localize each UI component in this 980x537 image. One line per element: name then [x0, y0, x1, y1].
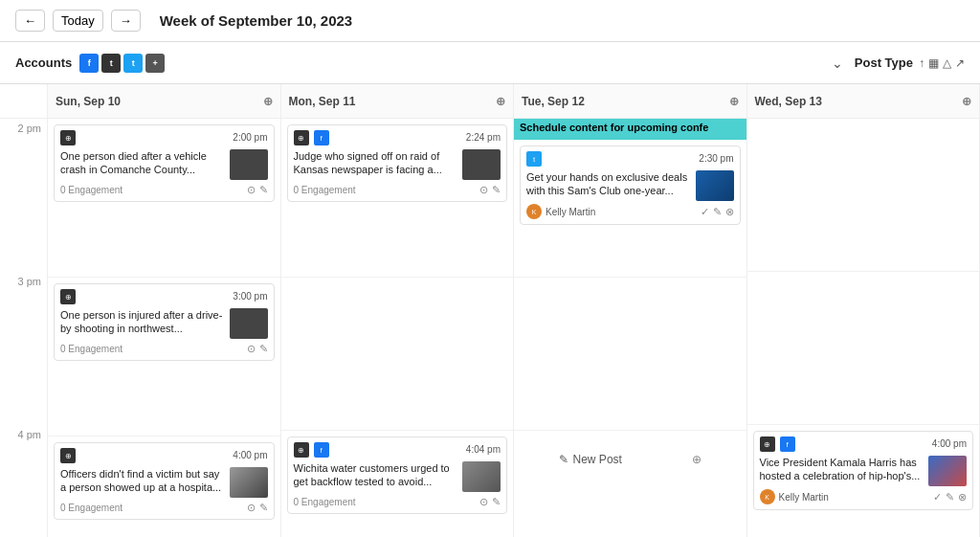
- edit-icon-tue2pm[interactable]: ✎: [713, 206, 722, 218]
- post-time-tue-2pm: 2:30 pm: [699, 153, 733, 164]
- post-time-sun-3pm: 3:00 pm: [233, 291, 267, 302]
- day-content-mon: ⊕ f 2:24 pm Judge who signed off on raid…: [281, 119, 514, 537]
- engagement-mon-2pm: 0 Engagement: [294, 185, 356, 195]
- user-avatar-wed4pm: K: [760, 489, 775, 504]
- account-icon-fb[interactable]: f: [79, 54, 99, 73]
- time-label-3pm: 3 pm: [0, 272, 47, 425]
- post-text-wed-4pm: Vice President Kamala Harris has hosted …: [760, 456, 924, 483]
- tue-2pm-section: t 2:30 pm Get your hands on exclusive de…: [514, 145, 746, 278]
- post-time-mon-2pm: 2:24 pm: [466, 132, 501, 143]
- user-name-tue2pm: Kelly Martin: [546, 207, 595, 217]
- approve-icon[interactable]: ✓: [701, 206, 709, 218]
- sun-4pm-section: ⊕ 4:00 pm Officers didn't find a victim …: [48, 442, 280, 537]
- edit-icon-wed4pm[interactable]: ✎: [946, 491, 954, 503]
- today-button[interactable]: Today: [53, 10, 103, 32]
- collapse-button[interactable]: ⌄: [832, 56, 843, 71]
- post-type-icon-link[interactable]: ↗: [955, 56, 965, 70]
- post-thumb-sun-4pm: [230, 467, 268, 498]
- post-thumb-sun-3pm: [230, 308, 268, 339]
- day-columns: Sun, Sep 10 ⊕ ⊕ 2:00 pm One person died …: [48, 84, 980, 537]
- post-type-icon-grid[interactable]: ▦: [928, 56, 939, 70]
- post-account-icon-mon4pm: ⊕: [294, 442, 309, 458]
- post-account-icon-3pm: ⊕: [60, 289, 76, 304]
- post-type-icons: ↑ ▦ △ ↗: [919, 56, 965, 70]
- post-type-icon-image[interactable]: △: [943, 56, 951, 70]
- account-icon-tw2[interactable]: t: [123, 54, 143, 73]
- day-header-tue: Tue, Sep 12 ⊕: [514, 84, 746, 119]
- post-text-mon-2pm: Judge who signed off on raid of Kansas n…: [294, 149, 457, 177]
- more-icon[interactable]: ✎: [259, 184, 268, 196]
- engagement-sun-3pm: 0 Engagement: [60, 344, 122, 354]
- post-card-sun-3pm[interactable]: ⊕ 3:00 pm One person is injured after a …: [54, 283, 275, 361]
- more-icon-3pm[interactable]: ✎: [259, 343, 268, 355]
- post-text-sun-3pm: One person is injured after a drive-by s…: [60, 308, 224, 336]
- day-col-sun: Sun, Sep 10 ⊕ ⊕ 2:00 pm One person died …: [48, 84, 281, 537]
- edit-icon-mon4pm[interactable]: ⊙: [479, 496, 488, 508]
- toolbar: Accounts f t t + ⌄ Post Type ↑ ▦ △ ↗: [0, 42, 980, 84]
- engagement-sun-2pm: 0 Engagement: [60, 185, 122, 195]
- account-icons: f t t +: [79, 54, 165, 73]
- post-thumb-mon-2pm: [462, 149, 501, 180]
- engagement-mon-4pm: 0 Engagement: [294, 497, 356, 507]
- day-header-mon: Mon, Sep 11 ⊕: [281, 84, 514, 119]
- post-text-sun-4pm: Officers didn't find a victim but say a …: [60, 467, 224, 495]
- account-icon-multi[interactable]: +: [145, 54, 165, 73]
- edit-icon-4pm[interactable]: ⊙: [247, 502, 256, 514]
- schedule-banner[interactable]: Schedule content for upcoming confe: [514, 119, 746, 140]
- post-time-sun-2pm: 2:00 pm: [233, 132, 267, 143]
- day-add-icon-wed[interactable]: ⊕: [962, 95, 971, 108]
- day-content-wed: ⊕ f 4:00 pm Vice President Kamala Harris…: [747, 119, 980, 537]
- wed-4pm-section: ⊕ f 4:00 pm Vice President Kamala Harris…: [747, 431, 980, 537]
- day-content-tue: Schedule content for upcoming confe t 2:…: [514, 119, 746, 537]
- post-account-icon-mon4pm-fb: f: [314, 442, 329, 458]
- post-card-tue-2pm[interactable]: t 2:30 pm Get your hands on exclusive de…: [520, 145, 741, 225]
- more-icon-mon2pm[interactable]: ✎: [492, 184, 501, 196]
- accounts-section: Accounts f t t +: [15, 54, 165, 73]
- wed-3pm-section: [747, 272, 980, 425]
- sun-2pm-section: ⊕ 2:00 pm One person died after a vehicl…: [48, 124, 280, 278]
- post-account-icon: ⊕: [60, 130, 76, 145]
- next-week-button[interactable]: →: [111, 10, 141, 32]
- delete-icon-wed4pm[interactable]: ⊗: [958, 491, 967, 503]
- day-add-icon-sun[interactable]: ⊕: [263, 95, 273, 108]
- day-add-icon-mon[interactable]: ⊕: [496, 95, 505, 108]
- edit-icon[interactable]: ⊙: [247, 184, 256, 196]
- post-account-icon-mon2pm-fb: f: [314, 130, 329, 145]
- day-label-wed: Wed, Sep 13: [755, 95, 822, 108]
- mon-2pm-section: ⊕ f 2:24 pm Judge who signed off on raid…: [281, 124, 514, 278]
- post-time-wed-4pm: 4:00 pm: [932, 438, 967, 449]
- post-type-icon-upload[interactable]: ↑: [919, 56, 924, 70]
- post-text-mon-4pm: Wichita water customers urged to get bac…: [294, 461, 457, 489]
- approve-icon-wed[interactable]: ✓: [933, 491, 942, 503]
- day-col-tue: Tue, Sep 12 ⊕ Schedule content for upcom…: [514, 84, 747, 537]
- prev-week-button[interactable]: ←: [15, 10, 45, 32]
- edit-icon-3pm[interactable]: ⊙: [247, 343, 256, 355]
- post-card-sun-4pm[interactable]: ⊕ 4:00 pm Officers didn't find a victim …: [54, 442, 275, 520]
- tue-4pm-section: ✎ New Post ⊕: [514, 431, 746, 537]
- toolbar-right: ⌄ Post Type ↑ ▦ △ ↗: [832, 56, 965, 71]
- new-post-label: New Post: [573, 453, 622, 466]
- new-post-button[interactable]: ✎ New Post: [559, 453, 622, 466]
- post-card-mon-2pm[interactable]: ⊕ f 2:24 pm Judge who signed off on raid…: [287, 124, 508, 202]
- edit-icon-mon2pm[interactable]: ⊙: [479, 184, 488, 196]
- account-icon-tw[interactable]: t: [101, 54, 121, 73]
- new-post-copy-icon[interactable]: ⊕: [692, 453, 702, 466]
- post-card-sun-2pm[interactable]: ⊕ 2:00 pm One person died after a vehicl…: [54, 124, 275, 202]
- post-type-section: Post Type ↑ ▦ △ ↗: [855, 56, 965, 70]
- day-add-icon-tue[interactable]: ⊕: [729, 95, 739, 108]
- delete-icon-tue2pm[interactable]: ⊗: [725, 206, 734, 218]
- post-card-mon-4pm[interactable]: ⊕ f 4:04 pm Wichita water customers urge…: [287, 436, 508, 514]
- mon-3pm-section: [281, 278, 514, 431]
- day-label-tue: Tue, Sep 12: [522, 95, 585, 108]
- more-icon-mon4pm[interactable]: ✎: [492, 496, 501, 508]
- time-label-2pm: 2 pm: [0, 119, 47, 272]
- more-icon-4pm[interactable]: ✎: [259, 502, 268, 514]
- calendar-grid: 2 pm 3 pm 4 pm Sun, Sep 10 ⊕ ⊕ 2:00 pm: [0, 84, 980, 537]
- post-card-wed-4pm[interactable]: ⊕ f 4:00 pm Vice President Kamala Harris…: [753, 431, 974, 510]
- time-label-4pm: 4 pm: [0, 425, 47, 537]
- day-col-mon: Mon, Sep 11 ⊕ ⊕ f 2:24 pm: [281, 84, 515, 537]
- time-column: 2 pm 3 pm 4 pm: [0, 84, 48, 537]
- post-time-mon-4pm: 4:04 pm: [466, 444, 501, 455]
- day-label-sun: Sun, Sep 10: [56, 95, 121, 108]
- wed-2pm-section: [747, 119, 980, 272]
